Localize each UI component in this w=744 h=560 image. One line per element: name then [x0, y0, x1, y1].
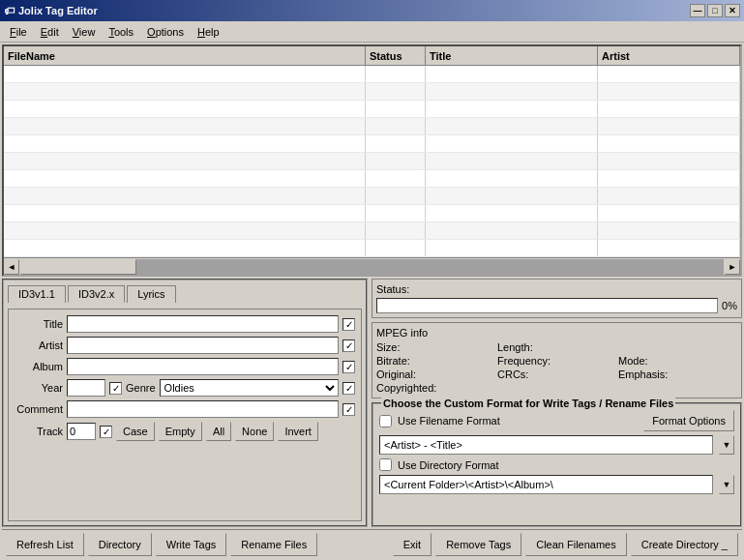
table-row[interactable]: [4, 240, 740, 257]
filename-value-row: ▼: [379, 435, 734, 455]
close-button[interactable]: ✕: [725, 4, 740, 17]
year-label: Year: [15, 382, 63, 394]
table-row[interactable]: [4, 83, 740, 101]
table-row[interactable]: [4, 101, 740, 118]
use-directory-checkbox[interactable]: [379, 458, 392, 471]
track-input[interactable]: [67, 423, 96, 440]
mpeg-title: MPEG info: [376, 327, 737, 339]
table-row[interactable]: [4, 188, 740, 205]
maximize-button[interactable]: □: [707, 4, 723, 17]
tab-id3v2[interactable]: ID3v2.x: [68, 285, 125, 303]
scroll-thumb[interactable]: [20, 259, 136, 275]
comment-checkbox[interactable]: [342, 403, 355, 416]
mpeg-copyrighted: Copyrighted:: [376, 382, 616, 394]
year-checkbox[interactable]: [109, 382, 122, 395]
genre-label: Genre: [126, 382, 156, 394]
filename-format-row: Use Filename Format Format Options: [379, 410, 734, 431]
menu-edit[interactable]: Edit: [35, 24, 65, 40]
menu-bar: File Edit View Tools Options Help: [0, 21, 744, 43]
genre-select[interactable]: Oldies Rock Pop Jazz Classical: [160, 379, 339, 397]
write-tags-button[interactable]: Write Tags: [156, 533, 227, 556]
directory-button[interactable]: Directory: [88, 533, 152, 556]
filename-format-input[interactable]: [379, 435, 713, 455]
invert-button[interactable]: Invert: [278, 422, 318, 441]
directory-dropdown-button[interactable]: ▼: [719, 475, 734, 494]
table-row[interactable]: [4, 222, 740, 240]
comment-label: Comment: [15, 403, 63, 415]
main-container: FileName Status Title Artist ◄ ►: [0, 43, 744, 560]
refresh-list-button[interactable]: Refresh List: [6, 533, 84, 556]
table-row[interactable]: [4, 153, 740, 170]
table-row[interactable]: [4, 135, 740, 153]
empty-button[interactable]: Empty: [159, 422, 202, 441]
title-input[interactable]: [67, 315, 339, 333]
year-genre-row: Year Genre Oldies Rock Pop Jazz Classica…: [15, 379, 355, 397]
menu-file[interactable]: File: [4, 24, 33, 40]
year-input[interactable]: [67, 379, 105, 397]
scroll-right-button[interactable]: ►: [725, 259, 740, 275]
album-checkbox[interactable]: [342, 361, 355, 373]
title-bar-controls: — □ ✕: [690, 4, 740, 17]
col-header-artist[interactable]: Artist: [598, 46, 740, 65]
horizontal-scrollbar[interactable]: ◄ ►: [4, 257, 740, 275]
all-button[interactable]: All: [206, 422, 231, 441]
menu-tools[interactable]: Tools: [103, 24, 139, 40]
comment-input[interactable]: [67, 400, 339, 418]
table-row[interactable]: [4, 170, 740, 188]
rename-files-button[interactable]: Rename Files: [230, 533, 317, 556]
exit-button[interactable]: Exit: [393, 533, 432, 556]
scroll-track[interactable]: [20, 259, 724, 275]
table-row[interactable]: [4, 66, 740, 83]
tab-content: Title Artist Album Year: [8, 309, 362, 521]
mpeg-bitrate: Bitrate:: [376, 355, 495, 367]
toolbar-right: Exit Remove Tags Clean Filenames Create …: [393, 533, 738, 556]
col-header-title[interactable]: Title: [426, 46, 598, 65]
genre-checkbox[interactable]: [342, 382, 355, 395]
tab-id3v1[interactable]: ID3v1.1: [8, 285, 66, 303]
menu-view[interactable]: View: [67, 24, 102, 40]
title-row: Title: [15, 315, 355, 333]
remove-tags-button[interactable]: Remove Tags: [435, 533, 521, 556]
album-input[interactable]: [67, 358, 339, 375]
use-directory-label: Use Directory Format: [398, 459, 499, 471]
col-header-filename[interactable]: FileName: [4, 46, 366, 65]
use-filename-checkbox[interactable]: [379, 415, 392, 427]
directory-value-row: ▼: [379, 475, 734, 494]
scroll-left-button[interactable]: ◄: [4, 259, 19, 275]
tab-lyrics[interactable]: Lyrics: [127, 285, 175, 303]
mpeg-size: Size:: [376, 341, 495, 353]
window-title: Jolix Tag Editor: [18, 5, 98, 16]
mpeg-info-box: MPEG info Size: Length: Bitrate:: [372, 322, 742, 398]
tab-bar: ID3v1.1 ID3v2.x Lyrics: [8, 284, 362, 302]
create-directory-button[interactable]: Create Directory _: [631, 533, 738, 556]
menu-help[interactable]: Help: [192, 24, 225, 40]
artist-input[interactable]: [67, 337, 339, 354]
file-list-rows: [4, 66, 740, 257]
toolbar-left: Refresh List Directory Write Tags Rename…: [6, 533, 317, 556]
case-button[interactable]: Case: [116, 422, 155, 441]
menu-options[interactable]: Options: [141, 24, 190, 40]
format-legend: Choose the Custom Format for Write Tags …: [381, 398, 675, 409]
minimize-button[interactable]: —: [690, 4, 705, 17]
track-checkbox[interactable]: [100, 426, 112, 438]
table-row[interactable]: [4, 205, 740, 222]
artist-checkbox[interactable]: [342, 339, 355, 352]
format-options-button[interactable]: Format Options: [643, 410, 734, 431]
track-row: Track Case Empty All None Invert: [15, 422, 355, 441]
clean-filenames-button[interactable]: Clean Filenames: [525, 533, 627, 556]
directory-format-row: Use Directory Format: [379, 458, 734, 471]
none-button[interactable]: None: [235, 422, 274, 441]
mpeg-mode: Mode:: [618, 355, 737, 367]
mpeg-original: Original:: [376, 368, 495, 380]
title-checkbox[interactable]: [342, 318, 355, 331]
table-row[interactable]: [4, 118, 740, 135]
filename-dropdown-button[interactable]: ▼: [719, 435, 734, 455]
file-list-area: FileName Status Title Artist ◄ ►: [2, 44, 742, 277]
directory-format-input[interactable]: [379, 475, 713, 494]
bottom-toolbar: Refresh List Directory Write Tags Rename…: [2, 529, 742, 558]
mpeg-emphasis: Emphasis:: [618, 368, 737, 380]
col-header-status[interactable]: Status: [366, 46, 426, 65]
album-row: Album: [15, 358, 355, 375]
comment-row: Comment: [15, 400, 355, 418]
bottom-panels: ID3v1.1 ID3v2.x Lyrics Title Artist: [2, 279, 742, 527]
